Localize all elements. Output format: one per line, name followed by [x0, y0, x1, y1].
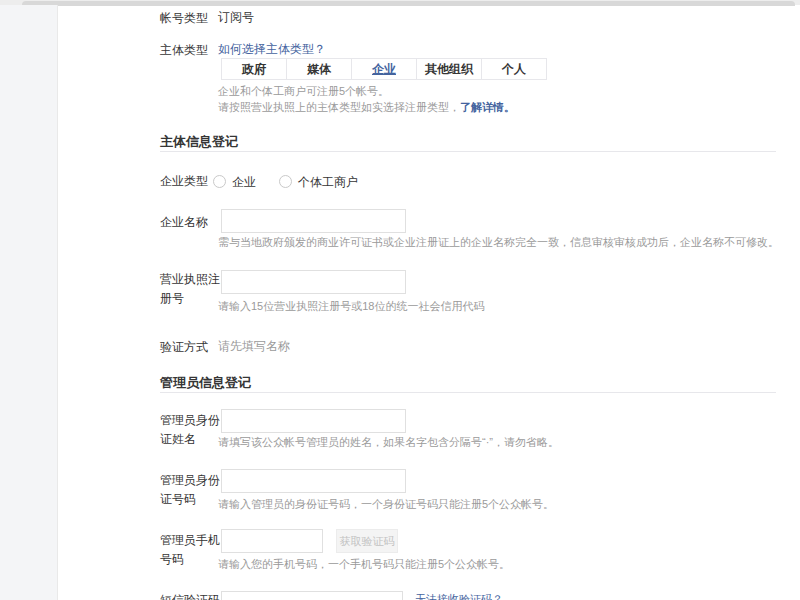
subject-type-tabs: 政府 媒体 企业 其他组织 个人	[221, 58, 547, 80]
admin-id-hint: 请输入管理员的身份证号码，一个身份证号码只能注册5个公众帐号。	[218, 497, 554, 512]
subject-type-note2-text: 请按照营业执照上的主体类型如实选择注册类型，	[218, 101, 460, 113]
tab-government[interactable]: 政府	[222, 59, 286, 79]
admin-phone-hint: 请输入您的手机号码，一个手机号码只能注册5个公众帐号。	[218, 557, 510, 572]
admin-phone-label: 管理员手机号码	[160, 531, 222, 569]
admin-id-label: 管理员身份证号码	[160, 471, 222, 509]
address-bar-edge[interactable]	[22, 1, 795, 6]
tab-personal[interactable]: 个人	[481, 59, 546, 79]
browser-top-strip	[0, 0, 800, 5]
admin-section-title: 管理员信息登记	[160, 374, 251, 392]
subject-section-title: 主体信息登记	[160, 133, 238, 151]
enterprise-name-hint: 需与当地政府颁发的商业许可证书或企业注册证上的企业名称完全一致，信息审核审核成功…	[218, 235, 779, 250]
enterprise-name-label: 企业名称	[160, 213, 222, 232]
cannot-receive-code-link[interactable]: 无法接收验证码？	[415, 592, 503, 600]
subject-type-note1: 企业和个体工商户可注册5个帐号。	[218, 84, 389, 99]
admin-name-hint: 请填写该公众帐号管理员的姓名，如果名字包含分隔号“·”，请勿省略。	[218, 435, 559, 450]
subject-type-help-link[interactable]: 如何选择主体类型？	[218, 41, 326, 58]
sms-code-input[interactable]	[221, 591, 403, 600]
admin-name-input[interactable]	[221, 409, 406, 433]
verification-value: 请先填写名称	[218, 338, 290, 355]
registration-page: 帐号类型 订阅号 主体类型 如何选择主体类型？ 政府 媒体 企业 其他组织 个人…	[0, 0, 800, 600]
sms-code-label: 短信验证码	[160, 591, 222, 600]
enterprise-name-input[interactable]	[221, 209, 406, 233]
account-type-label: 帐号类型	[160, 9, 222, 28]
radio-individual-business[interactable]	[279, 175, 292, 188]
subject-type-label: 主体类型	[160, 41, 222, 60]
get-verification-code-button[interactable]: 获取验证码	[336, 529, 398, 553]
radio-individual-business-label[interactable]: 个体工商户	[298, 175, 358, 189]
subject-type-note2: 请按照营业执照上的主体类型如实选择注册类型，了解详情。	[218, 100, 515, 115]
tab-media[interactable]: 媒体	[286, 59, 351, 79]
admin-section-divider	[160, 392, 776, 393]
enterprise-type-options: 企业 个体工商户	[213, 172, 358, 191]
admin-id-input[interactable]	[221, 469, 406, 493]
left-sidebar	[0, 5, 58, 600]
verification-label: 验证方式	[160, 338, 222, 357]
license-number-input[interactable]	[221, 270, 406, 294]
admin-phone-input[interactable]	[221, 529, 323, 553]
learn-more-link[interactable]: 了解详情。	[460, 101, 515, 113]
license-number-label: 营业执照注册号	[160, 270, 222, 308]
radio-enterprise-label[interactable]: 企业	[232, 175, 256, 189]
subject-section-divider	[160, 151, 776, 152]
tab-enterprise[interactable]: 企业	[351, 59, 416, 79]
radio-enterprise[interactable]	[213, 175, 226, 188]
admin-name-label: 管理员身份证姓名	[160, 411, 222, 449]
license-number-hint: 请输入15位营业执照注册号或18位的统一社会信用代码	[218, 299, 484, 314]
account-type-value: 订阅号	[218, 9, 254, 26]
tab-other-org[interactable]: 其他组织	[416, 59, 481, 79]
